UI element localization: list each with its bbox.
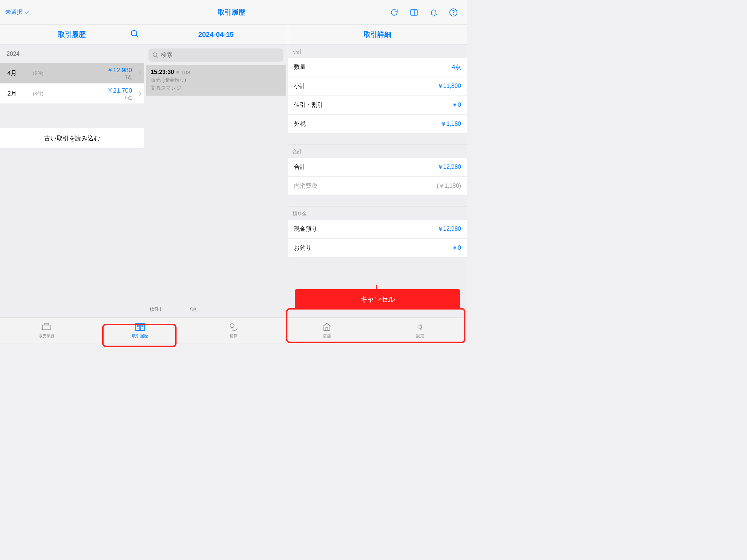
svg-rect-11 xyxy=(136,324,140,331)
tx-shop: 文具スマレジ xyxy=(151,85,281,92)
month-points: 6点 xyxy=(107,95,132,101)
svg-point-3 xyxy=(453,14,454,14)
year-row: 2024 xyxy=(0,45,144,63)
receipt-icon: ≡ xyxy=(176,70,179,75)
bell-icon[interactable] xyxy=(429,8,438,17)
svg-rect-9 xyxy=(44,323,49,325)
month-count: (3件) xyxy=(33,90,43,97)
svg-line-5 xyxy=(136,35,138,37)
app-header: 未選択 取引履歴 xyxy=(0,0,467,25)
row-subtotal: 小計 ￥11,800 xyxy=(288,77,467,96)
search-icon xyxy=(152,52,159,58)
svg-point-6 xyxy=(153,53,157,57)
tab-bar: 販売業務 取引履歴 精算 店舗 設定 xyxy=(0,318,467,343)
section-deposit: 預り金 xyxy=(288,207,467,220)
row-discount: 値引・割引 ￥0 xyxy=(288,96,467,115)
month-count: (5件) xyxy=(33,70,43,77)
svg-rect-8 xyxy=(43,325,51,330)
load-older-button[interactable]: 古い取引を読み込む xyxy=(0,128,144,148)
detail-panel-title: 取引詳細 xyxy=(288,25,467,45)
month-row[interactable]: 4月 (5件) ￥12,980 7点 xyxy=(0,63,144,83)
transactions-search-input[interactable] xyxy=(161,52,280,58)
tx-time: 15:23:30 xyxy=(151,69,174,75)
tab-settings[interactable]: 設定 xyxy=(374,318,467,343)
month-amount: ￥12,980 xyxy=(107,67,132,74)
history-search-button[interactable] xyxy=(130,29,139,40)
row-qty: 数量 4点 xyxy=(288,58,467,77)
history-panel-title: 取引履歴 xyxy=(0,25,144,45)
tx-type: 販売 (現金預り) xyxy=(151,77,281,83)
row-change: お釣り ￥0 xyxy=(288,239,467,258)
transactions-panel: 2024-04-15 15:23:30 ≡ 108 販売 (現金預り) 文具スマ… xyxy=(144,25,288,318)
svg-rect-12 xyxy=(140,324,144,331)
split-view-icon[interactable] xyxy=(409,8,419,17)
tx-footer-count: (5件) xyxy=(150,306,161,312)
row-inner-tax: 内消費税 (￥1,180) xyxy=(288,177,467,196)
transaction-row[interactable]: 15:23:30 ≡ 108 販売 (現金預り) 文具スマレジ xyxy=(146,65,286,96)
svg-point-21 xyxy=(419,326,421,328)
row-tax: 外税 ￥1,180 xyxy=(288,115,467,134)
section-subtotal: 小計 xyxy=(288,45,467,58)
transactions-date-title: 2024-04-15 xyxy=(144,25,288,45)
month-amount: ￥21,700 xyxy=(107,87,132,94)
svg-line-7 xyxy=(156,56,158,58)
month-label: 4月 xyxy=(7,69,33,77)
history-panel: 取引履歴 2024 4月 (5件) ￥12,980 7点 2月 (3件) ￥21… xyxy=(0,25,144,318)
tab-history[interactable]: 取引履歴 xyxy=(93,318,187,343)
transactions-footer: (5件) 7点 xyxy=(144,301,288,318)
annotation-arrow xyxy=(369,284,384,307)
month-row[interactable]: 2月 (3件) ￥21,700 6点 xyxy=(0,83,144,104)
detail-panel: 取引詳細 小計 数量 4点 小計 ￥11,800 値引・割引 ￥0 外税 ￥1,… xyxy=(288,25,467,318)
row-cash: 現金預り ￥12,980 xyxy=(288,220,467,239)
svg-rect-0 xyxy=(411,9,417,15)
transactions-search[interactable] xyxy=(148,48,283,62)
month-label: 2月 xyxy=(7,89,33,98)
tab-store[interactable]: 店舗 xyxy=(280,318,374,343)
refresh-icon[interactable] xyxy=(390,8,399,17)
svg-point-4 xyxy=(131,30,137,36)
help-icon[interactable] xyxy=(449,8,458,17)
store-selector-label: 未選択 xyxy=(5,8,23,16)
page-title: 取引履歴 xyxy=(218,8,245,17)
main: 取引履歴 2024 4月 (5件) ￥12,980 7点 2月 (3件) ￥21… xyxy=(0,25,467,318)
store-selector[interactable]: 未選択 xyxy=(5,8,29,16)
month-points: 7点 xyxy=(107,74,132,81)
chevron-down-icon xyxy=(24,9,30,14)
section-total: 合計 xyxy=(288,145,467,158)
svg-rect-20 xyxy=(326,328,328,330)
tx-footer-points: 7点 xyxy=(161,306,224,312)
svg-marker-23 xyxy=(372,300,381,307)
tab-sales[interactable]: 販売業務 xyxy=(0,318,93,343)
tx-id: 108 xyxy=(181,69,190,75)
tab-settle[interactable]: 精算 xyxy=(187,318,280,343)
row-total: 合計 ￥12,980 xyxy=(288,158,467,177)
svg-point-19 xyxy=(230,324,234,328)
